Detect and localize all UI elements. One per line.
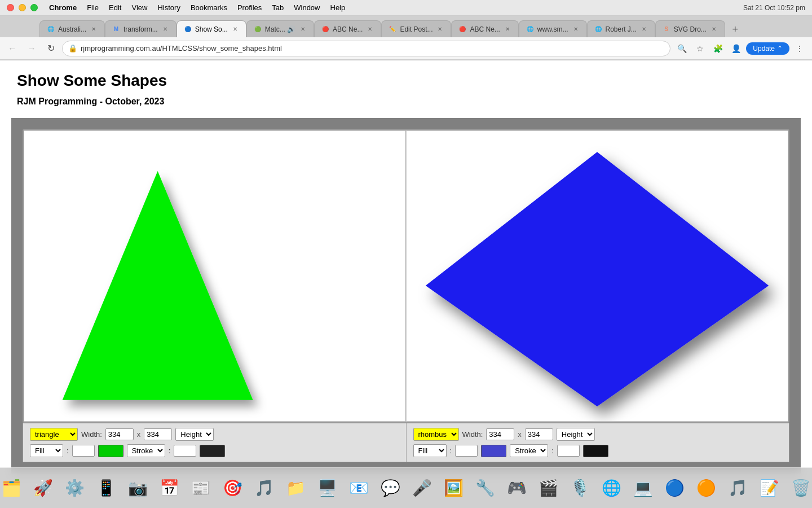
dock-app17[interactable]: 🎙️ [565, 474, 594, 503]
menu-tab[interactable]: Tab [272, 3, 284, 12]
dock-app7[interactable]: 🎵 [249, 474, 279, 503]
canvas-inner [23, 129, 789, 423]
menu-bookmarks[interactable]: Bookmarks [191, 3, 227, 12]
left-fill-color-swatch[interactable] [98, 445, 123, 457]
tab-abc-news-2[interactable]: 🔴 ABC Ne... ✕ [451, 20, 518, 37]
left-stroke-color-swatch[interactable] [200, 445, 225, 457]
tab-svg-drop[interactable]: S SVG Dro... ✕ [655, 20, 725, 37]
left-fill-input[interactable] [72, 445, 95, 457]
right-stroke-select[interactable]: Stroke none [510, 444, 548, 457]
dock-calendar[interactable]: 📅 [155, 474, 184, 503]
dock-app24[interactable]: 🗑️ [786, 474, 812, 503]
nav-actions: 🔍 ☆ 🧩 👤 Update ⌃ ⋮ [674, 41, 807, 56]
close-btn[interactable] [7, 4, 14, 11]
tab-close-10[interactable]: ✕ [710, 25, 718, 33]
reload-btn[interactable]: ↻ [43, 41, 59, 56]
tab-close-7[interactable]: ✕ [504, 25, 511, 33]
menu-window[interactable]: Window [294, 3, 320, 12]
dock-app23[interactable]: 📝 [754, 474, 784, 503]
right-shape-select[interactable]: rhombus circle square triangle [413, 428, 459, 441]
extensions-btn[interactable]: 🧩 [710, 41, 726, 56]
right-height-select[interactable]: Height 100 200 300 334 [557, 428, 595, 441]
right-fill-select[interactable]: Fill none [413, 444, 447, 457]
clock: Sat 21 Oct 10:52 pm [743, 4, 805, 12]
tab-favicon-3: 🔵 [184, 25, 192, 33]
page-content: Show Some Shapes RJM Programming - Octob… [0, 60, 812, 485]
maximize-btn[interactable] [30, 4, 38, 11]
new-tab-btn[interactable]: + [727, 21, 743, 37]
tab-match[interactable]: 🟢 Matc... 🔊 ✕ [246, 20, 314, 37]
left-control-panel: triangle circle square pentagon Width: x… [23, 423, 407, 462]
right-fill-color-swatch[interactable] [481, 445, 506, 457]
left-stroke-input[interactable] [174, 445, 196, 457]
tab-show-shapes[interactable]: 🔵 Show So... ✕ [176, 20, 246, 37]
dock-app16[interactable]: 🎬 [533, 474, 563, 503]
menu-history[interactable]: History [157, 3, 180, 12]
tab-transform[interactable]: M transform... ✕ [105, 20, 176, 37]
dock-launchpad[interactable]: 🚀 [28, 474, 58, 503]
right-stroke-color-swatch[interactable] [583, 445, 608, 457]
tab-australi[interactable]: 🌐 Australi... ✕ [39, 20, 105, 37]
tab-www-sm[interactable]: 🌐 www.sm... ✕ [519, 20, 587, 37]
dock-photos[interactable]: 🖼️ [439, 474, 468, 503]
tab-close-8[interactable]: ✕ [572, 25, 580, 33]
tab-close-1[interactable]: ✕ [90, 25, 98, 33]
menu-profiles[interactable]: Profiles [237, 3, 262, 12]
tab-close-3[interactable]: ✕ [231, 25, 239, 33]
tab-edit-post[interactable]: ✏️ Edit Post... ✕ [381, 20, 451, 37]
right-height-input[interactable] [525, 428, 553, 440]
dock-app20[interactable]: 🔵 [660, 474, 689, 503]
update-btn[interactable]: Update ⌃ [746, 42, 789, 55]
menu-edit[interactable]: Edit [109, 3, 121, 12]
dock-app11[interactable]: 💬 [376, 474, 405, 503]
dock-app9[interactable]: 🖥️ [312, 474, 342, 503]
forward-btn[interactable]: → [24, 41, 39, 56]
address-bar[interactable]: 🔒 rjmprogramming.com.au/HTMLCSS/show_som… [62, 41, 670, 56]
dock-app3[interactable]: 📱 [91, 474, 121, 503]
right-stroke-input[interactable] [557, 445, 580, 457]
tab-close-6[interactable]: ✕ [436, 25, 444, 33]
minimize-btn[interactable] [19, 4, 26, 11]
tab-favicon-10: S [663, 25, 670, 33]
left-stroke-select[interactable]: Stroke none [127, 444, 165, 457]
dock-app4[interactable]: 📷 [123, 474, 152, 503]
tab-label-10: SVG Dro... [674, 25, 707, 33]
left-width-input[interactable] [105, 428, 134, 440]
dock-app21[interactable]: 🟠 [691, 474, 721, 503]
menu-help[interactable]: Help [330, 3, 346, 12]
tab-abc-news-1[interactable]: 🔴 ABC Ne... ✕ [314, 20, 381, 37]
dock-app14[interactable]: 🔧 [470, 474, 500, 503]
right-width-input[interactable] [486, 428, 514, 440]
left-height-input[interactable] [144, 428, 172, 440]
dock-chrome[interactable]: 🌐 [597, 474, 626, 503]
menu-file[interactable]: File [87, 3, 99, 12]
menu-btn[interactable]: ⋮ [792, 41, 807, 56]
tab-close-4[interactable]: ✕ [299, 25, 307, 33]
dock-finder[interactable]: 🗂️ [0, 474, 26, 503]
search-btn[interactable]: 🔍 [674, 41, 690, 56]
dock-app12[interactable]: 🎤 [407, 474, 436, 503]
profile-btn[interactable]: 👤 [728, 41, 744, 56]
dock-app15[interactable]: 🎮 [502, 474, 531, 503]
browser-chrome: 🌐 Australi... ✕ M transform... ✕ 🔵 Show … [0, 16, 812, 60]
left-width-label: Width: [81, 430, 102, 439]
dock-app6[interactable]: 🎯 [218, 474, 247, 503]
dock-app22[interactable]: 🎵 [723, 474, 752, 503]
tab-close-5[interactable]: ✕ [366, 25, 374, 33]
tab-robert[interactable]: 🌐 Robert J... ✕ [587, 20, 655, 37]
dock-filezilla[interactable]: 📁 [281, 474, 310, 503]
right-fill-input[interactable] [455, 445, 478, 457]
menu-view[interactable]: View [131, 3, 147, 12]
dock-news[interactable]: 📰 [186, 474, 215, 503]
tab-close-9[interactable]: ✕ [640, 25, 648, 33]
back-btn[interactable]: ← [5, 41, 20, 56]
left-fill-select[interactable]: Fill none [30, 444, 63, 457]
dock-pref[interactable]: ⚙️ [60, 474, 89, 503]
bookmark-btn[interactable]: ☆ [692, 41, 708, 56]
dock-app19[interactable]: 💻 [628, 474, 657, 503]
dock-app10[interactable]: 📧 [344, 474, 373, 503]
menu-chrome[interactable]: Chrome [49, 3, 77, 12]
tab-close-2[interactable]: ✕ [161, 25, 169, 33]
left-shape-select[interactable]: triangle circle square pentagon [30, 428, 78, 441]
left-height-select[interactable]: Height 100 200 300 334 [175, 428, 214, 441]
